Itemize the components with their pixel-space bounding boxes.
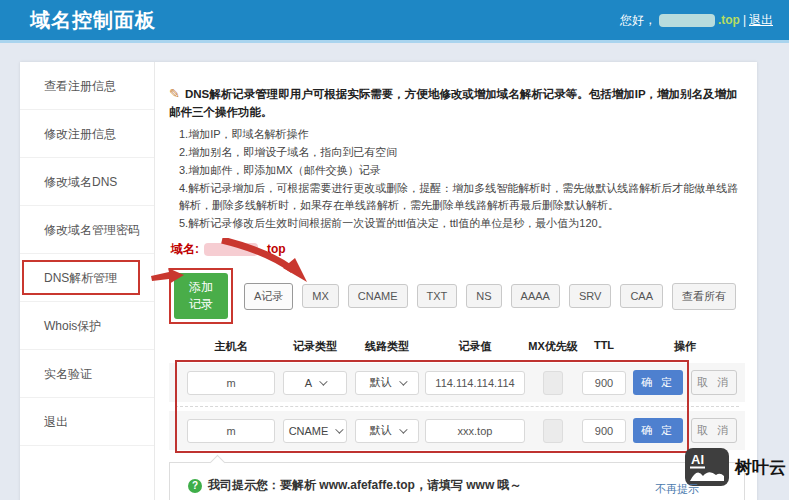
- filter-button-txt[interactable]: TXT: [417, 284, 458, 308]
- row-divider: [175, 406, 739, 407]
- sidebar-item-label: 查看注册信息: [44, 79, 116, 93]
- cancel-button[interactable]: 取 消: [691, 370, 737, 395]
- col-header-ttl: TTL: [579, 339, 629, 354]
- greeting-separator: |: [743, 13, 746, 27]
- chevron-down-icon: [319, 377, 327, 385]
- greeting-domain-suffix: .top: [718, 13, 740, 27]
- mx-priority-input[interactable]: [543, 371, 563, 395]
- content-area: ✎DNS解析记录管理即用户可根据实际需要，方便地修改或增加域名解析记录等。包括增…: [155, 62, 757, 500]
- page-title: 域名控制面板: [30, 7, 156, 34]
- note-line: 4.解析记录增加后，可根据需要进行更改或删除，提醒：增加多线智能解析时，需先做默…: [179, 180, 745, 214]
- filter-button-srv[interactable]: SRV: [569, 284, 611, 308]
- mx-priority-input[interactable]: [543, 419, 563, 443]
- sidebar-item-label: 修改域名DNS: [44, 175, 117, 189]
- line-type-value: 默认: [370, 423, 392, 438]
- question-icon: ?: [188, 479, 202, 493]
- record-value-input[interactable]: [425, 419, 525, 443]
- filter-button-cname[interactable]: CNAME: [348, 284, 408, 308]
- filter-button-a-record[interactable]: A记录: [244, 283, 293, 310]
- dismiss-link[interactable]: 不再提示: [655, 482, 699, 497]
- sidebar-item-label: DNS解析管理: [44, 271, 117, 285]
- line-type-select[interactable]: 默认: [355, 371, 419, 395]
- sidebar-item-label: 修改注册信息: [44, 127, 116, 141]
- ai-image-icon: AI: [684, 447, 730, 487]
- record-rows: A 默认 确 定 取 消: [169, 363, 745, 450]
- sidebar: 查看注册信息 修改注册信息 修改域名DNS 修改域名管理密码 DNS解析管理 W…: [20, 62, 155, 500]
- col-header-line: 线路类型: [351, 339, 423, 354]
- col-header-host: 主机名: [183, 339, 279, 354]
- confirm-button[interactable]: 确 定: [633, 418, 683, 443]
- svg-text:AI: AI: [691, 452, 704, 467]
- filter-button-mx[interactable]: MX: [302, 284, 339, 308]
- sidebar-item-dns-records[interactable]: DNS解析管理: [20, 254, 154, 302]
- table-row: A 默认 确 定 取 消: [169, 363, 745, 402]
- watermark-brand: 树叶云: [735, 456, 786, 479]
- note-line: 2.增加别名，即增设子域名，指向到已有空间: [179, 144, 745, 161]
- dns-notes: 1.增加IP，即域名解析操作 2.增加别名，即增设子域名，指向到已有空间 3.增…: [169, 126, 745, 232]
- app-header: 域名控制面板 您好， .top | 退出: [0, 0, 789, 43]
- table-row: CNAME 默认 确 定 取 消: [169, 411, 745, 450]
- chevron-down-icon: [336, 425, 344, 433]
- sidebar-item-whois[interactable]: Whois保护: [20, 302, 154, 350]
- host-input[interactable]: [187, 371, 275, 395]
- record-type-value: A: [305, 377, 312, 389]
- confirm-button[interactable]: 确 定: [633, 370, 683, 395]
- pencil-icon: ✎: [169, 86, 180, 101]
- domain-label: 域名:: [171, 242, 199, 256]
- col-header-value: 记录值: [423, 339, 527, 354]
- record-type-select[interactable]: A: [283, 371, 347, 395]
- sidebar-item-real-name[interactable]: 实名验证: [20, 350, 154, 398]
- sidebar-item-edit-password[interactable]: 修改域名管理密码: [20, 206, 154, 254]
- table-header-row: 主机名 记录类型 线路类型 记录值 MX优先级 TTL 操作: [169, 339, 745, 354]
- sidebar-item-label: 退出: [44, 415, 68, 429]
- dns-intro-text: DNS解析记录管理即用户可根据实际需要，方便地修改或增加域名解析记录等。包括增加…: [169, 88, 738, 118]
- record-type-value: CNAME: [289, 425, 329, 437]
- note-line: 3.增加邮件，即添加MX（邮件交换）记录: [179, 162, 745, 179]
- col-header-type: 记录类型: [279, 339, 351, 354]
- sidebar-item-view-registration[interactable]: 查看注册信息: [20, 62, 154, 110]
- sidebar-item-label: Whois保护: [44, 319, 101, 333]
- host-input[interactable]: [187, 419, 275, 443]
- filter-button-caa[interactable]: CAA: [620, 284, 663, 308]
- ttl-input[interactable]: [582, 419, 626, 443]
- help-title: ? 我司提示您：要解析 www.afefaffe.top，请填写 www 哦～: [188, 477, 726, 494]
- cancel-button[interactable]: 取 消: [691, 418, 737, 443]
- filter-button-aaaa[interactable]: AAAA: [511, 284, 560, 308]
- col-header-mx-priority: MX优先级: [527, 339, 579, 354]
- logout-link[interactable]: 退出: [749, 12, 773, 29]
- annotation-arrow-diagonal-icon: [219, 238, 311, 284]
- sidebar-item-label: 实名验证: [44, 367, 92, 381]
- help-title-text: 我司提示您：要解析 www.afefaffe.top，请填写 www 哦～: [208, 477, 522, 494]
- note-line: 5.解析记录修改后生效时间根据前一次设置的ttl值决定，ttl值的单位是秒，最小…: [179, 215, 745, 232]
- sidebar-item-edit-registration[interactable]: 修改注册信息: [20, 110, 154, 158]
- line-type-value: 默认: [370, 375, 392, 390]
- sidebar-item-label: 修改域名管理密码: [44, 223, 140, 237]
- greeting-text: 您好，: [620, 12, 656, 29]
- main-card: 查看注册信息 修改注册信息 修改域名DNS 修改域名管理密码 DNS解析管理 W…: [20, 62, 757, 500]
- sidebar-item-edit-dns[interactable]: 修改域名DNS: [20, 158, 154, 206]
- sidebar-item-exit[interactable]: 退出: [20, 398, 154, 446]
- redacted-username: [659, 14, 715, 27]
- chevron-down-icon: [399, 425, 407, 433]
- line-type-select[interactable]: 默认: [355, 419, 419, 443]
- annotation-arrow-right-icon: [150, 267, 186, 287]
- record-type-select[interactable]: CNAME: [283, 419, 347, 443]
- chevron-down-icon: [399, 377, 407, 385]
- record-value-input[interactable]: [425, 371, 525, 395]
- watermark: AI 树叶云: [684, 447, 786, 487]
- note-line: 1.增加IP，即域名解析操作: [179, 126, 745, 143]
- col-header-actions: 操作: [629, 339, 741, 354]
- user-greeting: 您好， .top | 退出: [620, 12, 773, 29]
- dns-intro: ✎DNS解析记录管理即用户可根据实际需要，方便地修改或增加域名解析记录等。包括增…: [169, 84, 745, 121]
- filter-button-ns[interactable]: NS: [466, 284, 501, 308]
- filter-button-view-all[interactable]: 查看所有: [672, 283, 736, 310]
- ttl-input[interactable]: [582, 371, 626, 395]
